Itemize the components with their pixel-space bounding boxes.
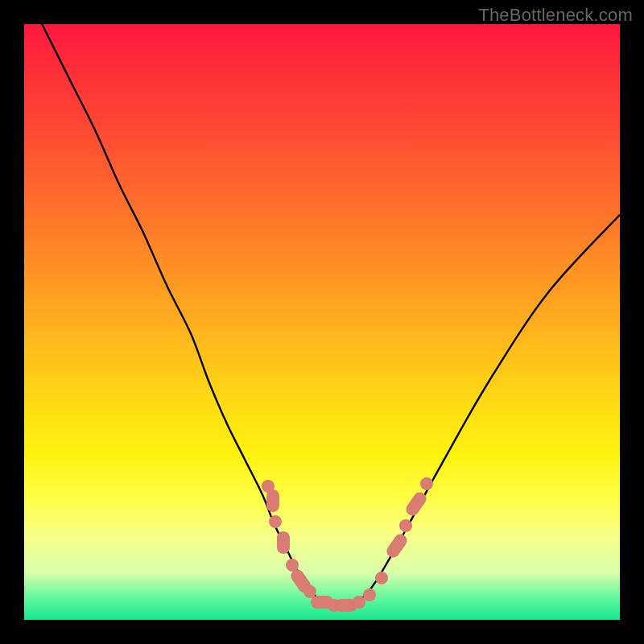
curve-marker: [269, 515, 282, 528]
plot-area: [24, 24, 620, 620]
curve-marker: [363, 588, 376, 601]
app-frame: TheBottleneck.com: [0, 0, 644, 644]
bottleneck-curve: [42, 24, 620, 609]
curve-marker: [399, 519, 412, 532]
curve-marker: [420, 477, 433, 490]
curve-marker: [375, 572, 388, 584]
curve-layer: [24, 24, 620, 620]
watermark-label: TheBottleneck.com: [478, 5, 633, 26]
curve-marker: [266, 489, 279, 512]
curve-marker: [277, 531, 290, 554]
